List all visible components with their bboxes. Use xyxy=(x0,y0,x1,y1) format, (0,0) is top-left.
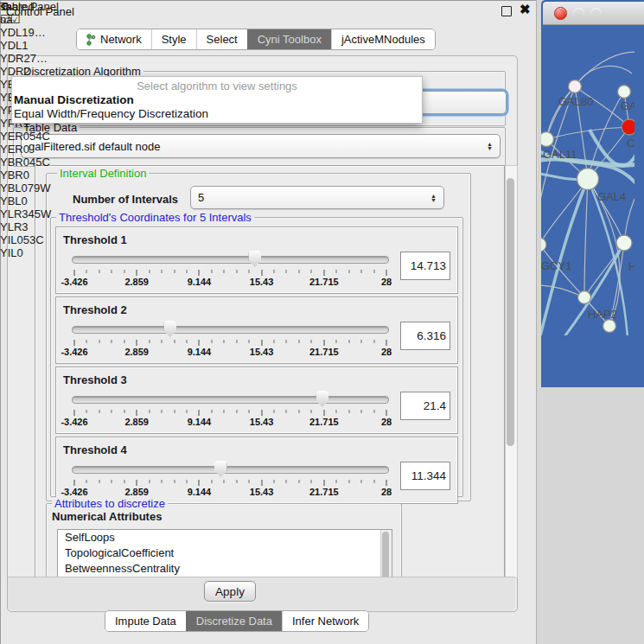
tab-style[interactable]: Style xyxy=(151,29,196,49)
network-view-window: GAL80GACGAL11GAL4GCY1HHAP2 xyxy=(541,0,644,387)
network-node[interactable] xyxy=(578,291,591,304)
tick-label: -3.426 xyxy=(61,277,87,287)
table-row[interactable]: YDL19…YDL1 xyxy=(0,26,53,52)
slider-thumb-icon[interactable] xyxy=(214,461,227,477)
slider-track[interactable] xyxy=(72,396,389,404)
tick-mark xyxy=(298,480,299,483)
network-node[interactable] xyxy=(618,86,631,99)
tick-mark xyxy=(311,340,312,343)
network-node[interactable] xyxy=(622,119,634,135)
combo-spinner-icon: ▲▼ xyxy=(487,142,493,150)
attribute-list-item[interactable]: BetweennessCentrality xyxy=(58,561,392,577)
table-row[interactable]: YDR27…YDR2 xyxy=(0,52,53,78)
tab-label: jActiveMNodules xyxy=(341,33,425,46)
tab-impute-data[interactable]: Impute Data xyxy=(105,611,186,631)
slider-thumb-icon[interactable] xyxy=(316,391,328,407)
tick-mark xyxy=(149,480,150,483)
threshold-slider[interactable]: -3.4262.8599.14415.4321.71528 xyxy=(72,458,389,498)
slider-track[interactable] xyxy=(72,466,389,474)
cell-name[interactable]: YBR0 xyxy=(0,169,53,182)
tick-mark xyxy=(236,480,237,483)
slider-thumb-icon[interactable] xyxy=(248,251,261,267)
network-node[interactable] xyxy=(541,238,546,252)
tab-select[interactable]: Select xyxy=(196,29,247,49)
slider-ticks xyxy=(74,270,386,277)
cell-name[interactable]: YER0 xyxy=(0,143,53,156)
close-icon[interactable]: ✖ xyxy=(520,2,531,17)
slider-track[interactable] xyxy=(72,326,389,334)
threshold-slider[interactable]: -3.4262.8599.14415.4321.71528 xyxy=(72,248,389,288)
table-row[interactable]: YLR345WYLR3 xyxy=(0,207,53,233)
tick-mark xyxy=(261,480,262,486)
number-of-intervals-combobox[interactable]: 5 ▲▼ xyxy=(190,186,444,209)
cell-shared-name[interactable]: YBR045C xyxy=(0,156,53,169)
cell-name[interactable]: YDL1 xyxy=(0,39,53,52)
slider-thumb-icon[interactable] xyxy=(163,321,176,337)
threshold-slider[interactable]: -3.4262.8599.14415.4321.71528 xyxy=(72,318,389,358)
slider-track[interactable] xyxy=(72,256,389,264)
cell-name[interactable]: YIL0 xyxy=(0,246,53,259)
network-node[interactable] xyxy=(603,320,616,333)
cell-shared-name[interactable]: YDR27… xyxy=(0,52,53,65)
combo-spinner-icon: ▲▼ xyxy=(430,194,437,202)
network-node[interactable] xyxy=(541,132,554,147)
tab-jactivemnodules[interactable]: jActiveMNodules xyxy=(331,29,435,49)
tick-mark xyxy=(286,340,287,343)
tick-mark xyxy=(274,270,275,273)
table-row[interactable]: YBR045CYBR0 xyxy=(0,156,53,182)
tick-mark xyxy=(74,410,75,416)
numerical-attributes-list[interactable]: SelfLoopsTopologicalCoefficientBetweenne… xyxy=(57,529,392,578)
threshold-slider[interactable]: -3.4262.8599.14415.4321.71528 xyxy=(72,388,389,428)
threshold-value-field[interactable]: 11.344 xyxy=(400,462,450,490)
network-canvas[interactable]: GAL80GACGAL11GAL4GCY1HHAP2 xyxy=(541,0,634,338)
tick-mark xyxy=(311,270,312,273)
cell-name[interactable]: YBL0 xyxy=(0,194,53,207)
column-header-name[interactable]: na xyxy=(0,13,53,26)
tick-mark xyxy=(124,340,124,343)
network-node[interactable] xyxy=(577,169,599,190)
cell-shared-name[interactable]: YLR345W xyxy=(0,207,53,220)
network-edge[interactable] xyxy=(584,179,588,297)
network-node[interactable] xyxy=(569,80,582,93)
threshold-value-field[interactable]: 6.316 xyxy=(400,322,450,350)
table-data-combobox[interactable]: galFiltered.sif default node ▲▼ xyxy=(21,134,501,158)
column-header-shared-name[interactable]: shared… xyxy=(0,0,53,13)
tab-network[interactable]: Network xyxy=(77,29,151,49)
dropdown-option[interactable]: Equal Width/Frequency Discretization xyxy=(12,107,422,121)
tick-mark xyxy=(99,480,99,483)
tab-label: Style xyxy=(162,33,187,46)
cell-shared-name[interactable]: YER054C xyxy=(0,130,53,143)
apply-button[interactable]: Apply xyxy=(204,581,256,602)
table-row[interactable]: YBL079WYBL0 xyxy=(0,182,53,207)
tick-mark xyxy=(336,270,337,273)
cell-shared-name[interactable]: YDL19… xyxy=(0,26,53,39)
slider-ticks xyxy=(74,410,386,417)
threshold-value-field[interactable]: 14.713 xyxy=(400,252,450,280)
network-edge[interactable] xyxy=(541,179,588,245)
attribute-list-item[interactable]: TopologicalCoefficient xyxy=(58,545,392,561)
cell-name[interactable]: YLR3 xyxy=(0,220,53,233)
tab-discretize-data[interactable]: Discretize Data xyxy=(186,611,282,631)
table-row[interactable]: YIL053CYIL0 xyxy=(0,233,53,259)
dropdown-option[interactable]: Manual Discretization xyxy=(12,93,422,107)
settings-scrollbar-thumb[interactable] xyxy=(507,178,514,446)
tab-cyni-toolbox[interactable]: Cyni Toolbox xyxy=(247,29,331,49)
attributes-scrollbar[interactable] xyxy=(380,530,392,578)
threshold-value-field[interactable]: 21.4 xyxy=(400,392,450,420)
attribute-list-item[interactable]: SelfLoops xyxy=(58,530,392,545)
tick-mark xyxy=(224,480,225,483)
cell-shared-name[interactable]: YBL079W xyxy=(0,182,53,194)
tick-mark xyxy=(373,270,374,273)
float-window-icon[interactable] xyxy=(501,6,512,16)
tick-mark xyxy=(361,480,362,483)
network-node[interactable] xyxy=(616,235,632,251)
slider-tick-labels: -3.4262.8599.14415.4321.71528 xyxy=(74,347,386,357)
tick-label: 2.859 xyxy=(124,347,149,357)
settings-scrollbar[interactable] xyxy=(505,165,518,578)
tab-infer-network[interactable]: Infer Network xyxy=(282,611,368,631)
attributes-scrollbar-thumb[interactable] xyxy=(382,532,389,578)
tick-label: 28 xyxy=(381,417,392,427)
tick-label: 2.859 xyxy=(124,417,149,427)
cell-shared-name[interactable]: YIL053C xyxy=(0,233,53,246)
table-row[interactable]: YER054CYER0 xyxy=(0,130,53,156)
